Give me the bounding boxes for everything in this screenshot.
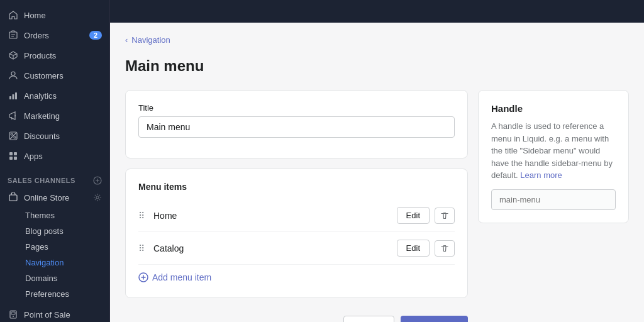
sidebar-sub-item-domains[interactable]: Domains <box>0 270 109 286</box>
sidebar-item-customers[interactable]: Customers <box>0 65 109 86</box>
discounts-icon <box>8 130 19 142</box>
add-menu-item-button[interactable]: Add menu item <box>138 265 455 285</box>
delete-home-button[interactable] <box>435 208 455 224</box>
sidebar-item-analytics-label: Analytics <box>24 91 102 101</box>
sidebar-item-discounts-label: Discounts <box>24 131 102 141</box>
sidebar-item-discounts[interactable]: Discounts <box>0 126 109 146</box>
sidebar-sub-item-pages-label: Pages <box>25 242 48 252</box>
svg-rect-14 <box>9 195 17 201</box>
edit-home-button[interactable]: Edit <box>397 207 430 224</box>
title-input[interactable] <box>138 116 455 138</box>
svg-point-7 <box>14 136 16 138</box>
online-store-icon <box>8 192 19 203</box>
svg-point-15 <box>96 196 99 199</box>
title-form-group: Title <box>138 103 455 138</box>
sidebar-item-marketing-label: Marketing <box>24 111 102 121</box>
sidebar-item-customers-label: Customers <box>24 71 102 80</box>
page-title: Main menu <box>125 57 629 75</box>
sidebar-sub-item-themes-label: Themes <box>25 211 55 220</box>
sidebar-sub-item-navigation[interactable]: Navigation <box>0 255 109 270</box>
breadcrumb[interactable]: ‹ Navigation <box>125 35 629 45</box>
sidebar-sub-item-themes[interactable]: Themes <box>0 208 109 223</box>
handle-card: Handle A handle is used to reference a m… <box>478 90 629 223</box>
apps-icon <box>8 150 19 162</box>
sidebar-item-online-store-label: Online Store <box>24 193 88 203</box>
svg-rect-11 <box>9 157 13 160</box>
orders-icon <box>8 30 19 41</box>
add-circle-icon <box>138 272 148 282</box>
learn-more-link[interactable]: Learn more <box>520 170 562 180</box>
svg-rect-4 <box>13 94 14 99</box>
drag-handle-home[interactable]: ⠿ <box>138 211 148 221</box>
drag-handle-catalog[interactable]: ⠿ <box>138 243 148 253</box>
content-row: Title Menu items ⠿ Home Edit <box>125 90 629 322</box>
svg-rect-18 <box>11 312 15 314</box>
home-icon <box>8 9 19 21</box>
trash-icon-home <box>440 211 449 220</box>
sidebar-item-apps[interactable]: Apps <box>0 146 109 166</box>
sidebar-sub-item-pages[interactable]: Pages <box>0 239 109 255</box>
sidebar-item-orders-label: Orders <box>24 31 84 40</box>
sidebar-top: Home Orders 2 Products <box>0 0 109 169</box>
svg-rect-12 <box>14 157 17 160</box>
sidebar-item-orders[interactable]: Orders 2 <box>0 25 109 45</box>
trash-icon-catalog <box>440 244 449 253</box>
sidebar-item-home-label: Home <box>24 11 102 20</box>
pos-icon <box>8 309 19 320</box>
top-bar <box>110 0 644 23</box>
sidebar-sub-item-preferences[interactable]: Preferences <box>0 286 109 302</box>
menu-items-card: Menu items ⠿ Home Edit ⠿ <box>125 169 468 298</box>
sidebar-sub-item-preferences-label: Preferences <box>25 289 69 299</box>
cancel-button[interactable]: Cancel <box>343 316 395 322</box>
menu-item-catalog-name: Catalog <box>153 243 392 253</box>
svg-point-2 <box>11 72 15 75</box>
svg-point-6 <box>11 133 13 135</box>
main-content: ‹ Navigation Main menu Title Menu items <box>110 0 644 322</box>
sidebar-item-analytics[interactable]: Analytics <box>0 86 109 106</box>
edit-catalog-button[interactable]: Edit <box>397 240 430 257</box>
title-card: Title <box>125 90 468 158</box>
sidebar-sub-item-blog-posts-label: Blog posts <box>25 226 64 236</box>
sidebar-item-pos-label: Point of Sale <box>24 310 102 319</box>
footer-actions: Cancel Save menu <box>125 308 468 322</box>
products-icon <box>8 50 19 61</box>
svg-point-17 <box>13 316 14 317</box>
sales-channels-header: SALES CHANNELS <box>0 169 109 187</box>
sidebar-item-pos[interactable]: Point of Sale <box>0 304 109 322</box>
menu-item-home-name: Home <box>153 211 392 221</box>
sidebar-item-home[interactable]: Home <box>0 5 109 25</box>
chevron-left-icon: ‹ <box>125 35 128 45</box>
svg-rect-3 <box>9 96 11 99</box>
sidebar-item-products[interactable]: Products <box>0 45 109 65</box>
sales-channels-label: SALES CHANNELS <box>8 177 75 184</box>
sidebar-item-products-label: Products <box>24 51 102 60</box>
orders-badge: 2 <box>89 31 102 40</box>
sidebar: Home Orders 2 Products <box>0 0 110 322</box>
sidebar-sub-item-navigation-label: Navigation <box>25 258 64 267</box>
marketing-icon <box>8 110 19 121</box>
online-store-settings-icon[interactable] <box>93 193 102 202</box>
handle-input[interactable] <box>491 189 616 210</box>
sidebar-item-marketing[interactable]: Marketing <box>0 106 109 126</box>
breadcrumb-label: Navigation <box>131 35 170 45</box>
menu-item-row-catalog: ⠿ Catalog Edit <box>138 232 455 265</box>
content-area: ‹ Navigation Main menu Title Menu items <box>110 23 644 322</box>
menu-item-row-home: ⠿ Home Edit <box>138 199 455 232</box>
save-menu-button[interactable]: Save menu <box>401 316 468 322</box>
handle-card-description: A handle is used to reference a menu in … <box>491 120 616 182</box>
title-label: Title <box>138 103 455 113</box>
analytics-icon <box>8 90 19 101</box>
add-channel-icon[interactable] <box>93 176 102 185</box>
handle-card-title: Handle <box>491 103 616 114</box>
add-menu-item-label: Add menu item <box>152 272 211 282</box>
sidebar-sub-item-domains-label: Domains <box>25 274 57 283</box>
customers-icon <box>8 70 19 81</box>
sidebar-sub-item-blog-posts[interactable]: Blog posts <box>0 223 109 239</box>
svg-rect-9 <box>9 152 13 155</box>
sidebar-item-apps-label: Apps <box>24 152 102 161</box>
left-column: Title Menu items ⠿ Home Edit <box>125 90 468 322</box>
sidebar-item-online-store[interactable]: Online Store <box>0 187 109 208</box>
delete-catalog-button[interactable] <box>435 240 455 257</box>
svg-rect-10 <box>14 152 17 155</box>
right-column: Handle A handle is used to reference a m… <box>478 90 629 223</box>
